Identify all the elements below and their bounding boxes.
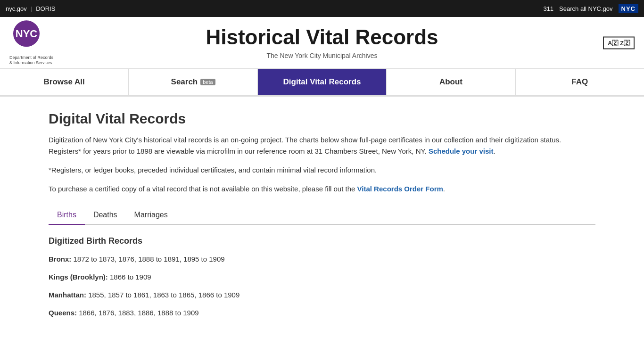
borough-kings: Kings (Brooklyn): bbox=[49, 273, 108, 281]
nyc-logo-text: NYC bbox=[9, 19, 57, 55]
nav-search-label: Search bbox=[171, 77, 198, 87]
purchase-end: . bbox=[443, 185, 445, 193]
years-queens: 1866, 1876, 1883, 1886, 1888 to 1909 bbox=[79, 309, 198, 317]
site-header: NYC Department of Records & Information … bbox=[0, 17, 644, 69]
nyc-gov-link[interactable]: nyc.gov bbox=[6, 5, 27, 12]
tab-marriages[interactable]: Marriages bbox=[126, 206, 176, 224]
top-bar-right: 311 Search all NYC.gov NYC bbox=[543, 4, 638, 13]
nav-browse-all[interactable]: Browse All bbox=[0, 69, 129, 95]
records-content: Digitized Birth Records Bronx: 1872 to 1… bbox=[49, 236, 595, 319]
years-bronx: 1872 to 1873, 1876, 1888 to 1891, 1895 t… bbox=[74, 255, 225, 263]
accessibility-button[interactable]: A🇿 Z🇿 bbox=[603, 36, 635, 49]
record-entry-queens: Queens: 1866, 1876, 1883, 1886, 1888 to … bbox=[49, 307, 595, 319]
search-all-label[interactable]: Search all NYC.gov bbox=[559, 5, 612, 12]
header-center: Historical Vital Records The New York Ci… bbox=[206, 26, 438, 59]
purchase-text-content: To purchase a certified copy of a vital … bbox=[49, 185, 355, 193]
intro-paragraph: Digitization of New York City's historic… bbox=[49, 134, 595, 157]
main-navigation: Browse All Search beta Digital Vital Rec… bbox=[0, 69, 644, 97]
note-paragraph: *Registers, or ledger books, preceded in… bbox=[49, 165, 595, 176]
main-content: Digital Vital Records Digitization of Ne… bbox=[30, 97, 614, 339]
beta-badge: beta bbox=[200, 79, 215, 85]
records-section-heading: Digitized Birth Records bbox=[49, 236, 595, 246]
record-tabs: Births Deaths Marriages bbox=[49, 206, 595, 225]
svg-text:NYC: NYC bbox=[16, 28, 38, 40]
years-manhattan: 1855, 1857 to 1861, 1863 to 1865, 1866 t… bbox=[88, 291, 239, 299]
page-title: Historical Vital Records bbox=[206, 26, 438, 49]
record-entry-bronx: Bronx: 1872 to 1873, 1876, 1888 to 1891,… bbox=[49, 254, 595, 265]
tab-births[interactable]: Births bbox=[49, 206, 85, 225]
borough-manhattan: Manhattan: bbox=[49, 291, 86, 299]
nyc-logo: NYC bbox=[9, 19, 57, 55]
logo-area: NYC Department of Records & Information … bbox=[9, 19, 57, 66]
nav-browse-all-label: Browse All bbox=[44, 77, 85, 87]
nav-faq[interactable]: FAQ bbox=[516, 69, 644, 95]
nav-digital-vital-records[interactable]: Digital Vital Records bbox=[258, 69, 387, 95]
tab-deaths[interactable]: Deaths bbox=[85, 206, 126, 224]
borough-queens: Queens: bbox=[49, 309, 77, 317]
schedule-visit-link[interactable]: Schedule your visit bbox=[429, 147, 494, 155]
purchase-paragraph: To purchase a certified copy of a vital … bbox=[49, 183, 595, 195]
content-heading: Digital Vital Records bbox=[49, 111, 595, 127]
nav-digital-vital-records-label: Digital Vital Records bbox=[283, 77, 361, 87]
years-kings: 1866 to 1909 bbox=[110, 273, 151, 281]
order-form-link[interactable]: Vital Records Order Form bbox=[357, 185, 443, 193]
header-subtitle: The New York City Municipal Archives bbox=[206, 52, 438, 59]
nav-about[interactable]: About bbox=[387, 69, 515, 95]
nav-about-label: About bbox=[439, 77, 462, 87]
logo-subtitle: Department of Records & Information Serv… bbox=[9, 55, 53, 66]
nyc-logo-svg: NYC bbox=[9, 19, 57, 52]
accessibility-label: A🇿 Z🇿 bbox=[608, 39, 630, 46]
record-entry-kings: Kings (Brooklyn): 1866 to 1909 bbox=[49, 272, 595, 283]
record-entry-manhattan: Manhattan: 1855, 1857 to 1861, 1863 to 1… bbox=[49, 289, 595, 301]
nav-faq-label: FAQ bbox=[571, 77, 588, 87]
nav-search[interactable]: Search beta bbox=[129, 69, 257, 95]
top-bar-divider: | bbox=[31, 5, 32, 12]
borough-bronx: Bronx: bbox=[49, 255, 71, 263]
phone-311[interactable]: 311 bbox=[543, 5, 553, 12]
nyc-logo-badge: NYC bbox=[619, 4, 638, 13]
doris-link[interactable]: DORIS bbox=[36, 5, 55, 12]
top-bar: nyc.gov | DORIS 311 Search all NYC.gov N… bbox=[0, 0, 644, 17]
top-bar-left: nyc.gov | DORIS bbox=[6, 5, 55, 12]
intro-end: . bbox=[493, 147, 495, 155]
